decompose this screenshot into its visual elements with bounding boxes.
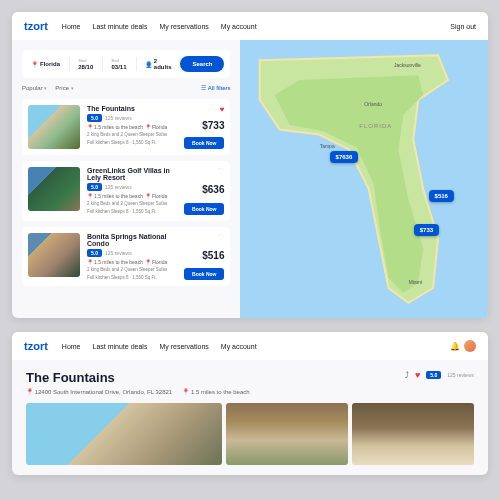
nav-account[interactable]: My account xyxy=(221,343,257,350)
gallery-main-photo[interactable] xyxy=(26,403,222,465)
favorite-icon[interactable]: ♡ xyxy=(217,167,224,176)
amenity-line: Full kitchen Sleeps 8 · 1,550 Sq Ft. xyxy=(87,275,177,281)
pin-icon: 📍 xyxy=(26,389,33,395)
listing-thumbnail xyxy=(28,105,80,149)
book-button[interactable]: Book Now xyxy=(184,268,224,280)
gallery-photo[interactable] xyxy=(352,403,474,465)
nav-account[interactable]: My account xyxy=(221,23,257,30)
photo-gallery xyxy=(26,403,474,465)
sign-out-link[interactable]: Sign out xyxy=(450,23,476,30)
book-button[interactable]: Book Now xyxy=(184,137,224,149)
listing-title: Bonita Springs National Condo xyxy=(87,233,177,247)
listing-card[interactable]: GreenLinks Golf Villas in Lely Resort 5.… xyxy=(22,161,230,221)
listing-card[interactable]: Bonita Springs National Condo 5.0 125 re… xyxy=(22,227,230,287)
all-filters-link[interactable]: ☰All filters xyxy=(201,84,231,91)
results-panel: 📍Florida Start 28/10 End 03/11 👤2 adults… xyxy=(12,40,240,318)
distance-text: 1.5 miles to the beach xyxy=(94,193,143,199)
map-price-pin[interactable]: $7636 xyxy=(330,151,359,163)
end-date-field[interactable]: End 03/11 xyxy=(109,58,130,70)
nav-home[interactable]: Home xyxy=(62,23,81,30)
detail-distance: 1.5 miles to the beach xyxy=(191,389,250,395)
rating-badge: 5.0 xyxy=(87,114,102,122)
listing-actions: ♡ $636 Book Now xyxy=(184,167,224,215)
distance-text: 1.5 miles to the beach xyxy=(94,259,143,265)
destination-field[interactable]: 📍Florida xyxy=(28,61,63,68)
favorite-icon[interactable]: ♥ xyxy=(415,370,420,380)
city-label: Orlando xyxy=(364,101,382,107)
main-nav: Home Last minute deals My reservations M… xyxy=(62,23,436,30)
nav-deals[interactable]: Last minute deals xyxy=(93,23,148,30)
header: tzort Home Last minute deals My reservat… xyxy=(12,12,488,40)
map-panel[interactable]: Orlando Jacksonville Tampa Miami FLORIDA… xyxy=(240,40,488,318)
gallery-photo[interactable] xyxy=(226,403,348,465)
detail-title-block: The Fountains 📍 12400 South Internationa… xyxy=(26,370,250,395)
state-label: FLORIDA xyxy=(359,123,392,129)
detail-meta: 📍 12400 South International Drive, Orlan… xyxy=(26,388,250,395)
detail-address: 12400 South International Drive, Orlando… xyxy=(35,389,173,395)
header: tzort Home Last minute deals My reservat… xyxy=(12,332,488,360)
pin-icon: 📍 xyxy=(145,193,151,199)
nav-reservations[interactable]: My reservations xyxy=(159,343,208,350)
book-button[interactable]: Book Now xyxy=(184,203,224,215)
favorite-icon[interactable]: ♥ xyxy=(220,105,225,114)
notification-icon[interactable] xyxy=(450,342,458,350)
person-icon: 👤 xyxy=(145,61,152,68)
pin-icon: 📍 xyxy=(87,259,93,265)
filter-popular[interactable]: Popular ▾ xyxy=(22,85,47,91)
end-value: 03/11 xyxy=(112,64,127,70)
pin-icon: 📍 xyxy=(182,389,189,395)
detail-body: The Fountains 📍 12400 South Internationa… xyxy=(12,360,488,475)
search-button[interactable]: Search xyxy=(180,56,224,72)
filter-row: Popular ▾ Price ▾ ☰All filters xyxy=(22,84,230,91)
guests-field[interactable]: 👤2 adults xyxy=(142,58,175,70)
filter-price[interactable]: Price ▾ xyxy=(55,85,73,91)
review-count: 125 reviews xyxy=(447,372,474,378)
detail-window: tzort Home Last minute deals My reservat… xyxy=(12,332,488,475)
amenity-line: 2 king Beds and 2 Queen Sleeper Sofas xyxy=(87,201,177,207)
search-results-window: tzort Home Last minute deals My reservat… xyxy=(12,12,488,318)
region-text: Florida xyxy=(152,124,167,130)
pin-icon: 📍 xyxy=(87,193,93,199)
rating-badge: 5.0 xyxy=(87,249,102,257)
location-row: 📍1.5 miles to the beach 📍Florida xyxy=(87,193,177,199)
listing-info: Bonita Springs National Condo 5.0 125 re… xyxy=(87,233,177,281)
main-content: 📍Florida Start 28/10 End 03/11 👤2 adults… xyxy=(12,40,488,318)
nav-deals[interactable]: Last minute deals xyxy=(93,343,148,350)
review-count: 125 reviews xyxy=(105,250,132,256)
guests-value: 2 adults xyxy=(154,58,172,70)
listing-card[interactable]: The Fountains 5.0 125 reviews 📍1.5 miles… xyxy=(22,99,230,155)
favorite-icon[interactable]: ♡ xyxy=(217,233,224,242)
share-icon[interactable]: ⤴ xyxy=(405,371,409,380)
logo[interactable]: tzort xyxy=(24,340,48,352)
map-price-pin[interactable]: $516 xyxy=(429,190,454,202)
amenity-line: Full kitchen Sleeps 8 · 1,550 Sq Ft. xyxy=(87,140,177,146)
start-date-field[interactable]: Start 28/10 xyxy=(75,58,96,70)
listing-actions: ♥ $733 Book Now xyxy=(184,105,224,149)
distance-text: 1.5 miles to the beach xyxy=(94,124,143,130)
listing-title: GreenLinks Golf Villas in Lely Resort xyxy=(87,167,177,181)
listing-info: GreenLinks Golf Villas in Lely Resort 5.… xyxy=(87,167,177,215)
listing-thumbnail xyxy=(28,233,80,277)
florida-map xyxy=(240,40,488,318)
review-count: 125 reviews xyxy=(105,115,132,121)
city-label: Miami xyxy=(409,279,422,285)
account-actions xyxy=(450,340,476,352)
detail-title: The Fountains xyxy=(26,370,250,385)
amenity-line: 2 king Beds and 2 Queen Sleeper Sofas xyxy=(87,132,177,138)
city-label: Jacksonville xyxy=(394,62,421,68)
pin-icon: 📍 xyxy=(145,259,151,265)
location-row: 📍1.5 miles to the beach 📍Florida xyxy=(87,259,177,265)
logo[interactable]: tzort xyxy=(24,20,48,32)
start-value: 28/10 xyxy=(78,64,93,70)
detail-actions: ⤴ ♥ 5.0 125 reviews xyxy=(405,370,474,380)
city-label: Tampa xyxy=(320,143,335,149)
listing-thumbnail xyxy=(28,167,80,211)
nav-reservations[interactable]: My reservations xyxy=(159,23,208,30)
nav-home[interactable]: Home xyxy=(62,343,81,350)
review-count: 125 reviews xyxy=(105,184,132,190)
region-text: Florida xyxy=(152,259,167,265)
chevron-down-icon: ▾ xyxy=(71,85,74,91)
map-price-pin[interactable]: $733 xyxy=(414,224,439,236)
rating-badge: 5.0 xyxy=(426,371,441,379)
avatar[interactable] xyxy=(464,340,476,352)
